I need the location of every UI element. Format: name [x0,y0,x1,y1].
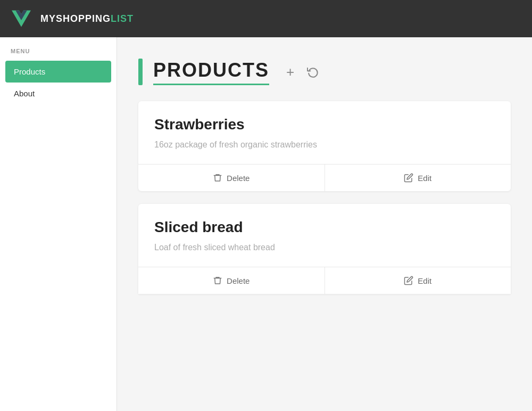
edit-product-2-button[interactable]: Edit [325,267,511,294]
app-title: MYSHOPPINGLIST [40,13,134,24]
trash-icon [213,173,222,183]
product-card-body-2: Sliced bread Loaf of fresh sliced wheat … [138,204,511,267]
product-card-1: Strawberries 16oz package of fresh organ… [138,101,511,191]
edit-product-1-button[interactable]: Edit [325,165,511,191]
logo [11,8,32,29]
add-product-button[interactable]: + [284,62,296,83]
trash-icon-2 [213,276,222,285]
delete-product-2-button[interactable]: Delete [138,267,325,294]
main-content: PRODUCTS + Strawberries 16oz package of … [117,37,532,411]
delete-product-1-button[interactable]: Delete [138,165,325,191]
app-header: MYSHOPPINGLIST [0,0,532,37]
title-accent-bar [138,59,143,85]
product-card-body-1: Strawberries 16oz package of fresh organ… [138,101,511,164]
product-name-2: Sliced bread [154,219,495,236]
sidebar-item-products[interactable]: Products [5,61,111,83]
product-actions-2: Delete Edit [138,267,511,294]
product-name-1: Strawberries [154,116,495,133]
product-description-1: 16oz package of fresh organic strawberri… [154,138,495,151]
refresh-button[interactable] [305,64,321,80]
sidebar: MENU Products About [0,37,117,411]
product-card-2: Sliced bread Loaf of fresh sliced wheat … [138,204,511,294]
page-actions: + [284,62,321,83]
product-description-2: Loaf of fresh sliced wheat bread [154,241,495,254]
sidebar-item-about[interactable]: About [5,83,111,104]
product-actions-1: Delete Edit [138,164,511,191]
edit-icon [404,173,413,183]
menu-label: MENU [0,48,117,61]
edit-icon-2 [404,276,413,285]
page-header: PRODUCTS + [138,59,511,85]
page-title: PRODUCTS [153,59,269,85]
